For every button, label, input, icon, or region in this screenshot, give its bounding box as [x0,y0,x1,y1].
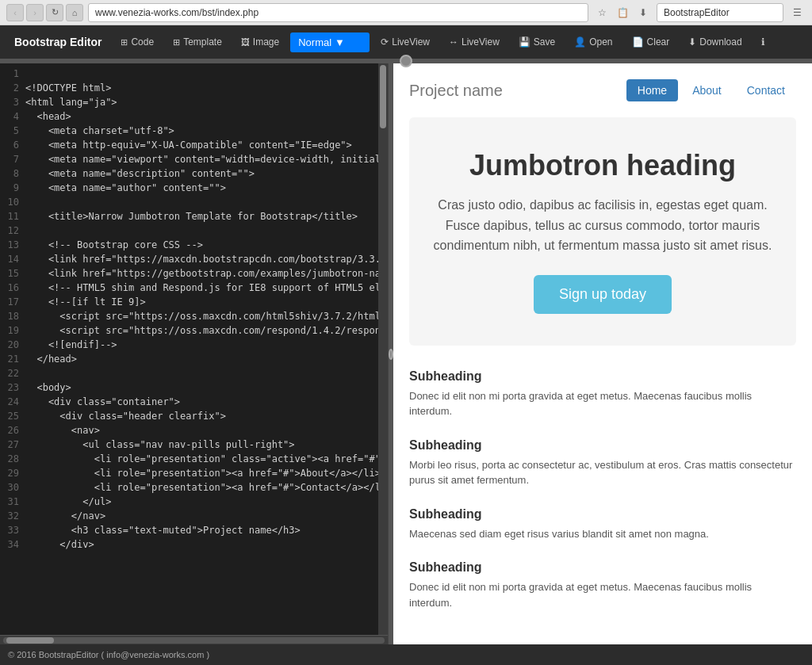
preview-jumbotron: Jumbotron heading Cras justo odio, dapib… [409,117,796,346]
line-content: <body> [25,380,378,395]
download-label: Download [699,36,741,48]
liveview2-button[interactable]: ↔ LiveView [441,32,508,52]
extensions-icon[interactable]: ☰ [788,4,806,21]
line-number: 26 [0,423,25,438]
line-number: 7 [0,152,25,166]
preview-brand: Project name [409,82,503,100]
template-icon: ⊞ [173,37,180,48]
nav-contact-btn[interactable]: Contact [736,79,796,101]
preview-panel[interactable]: Project name Home About Contact Jumbotro… [393,63,812,644]
code-line: 27 <ul class="nav nav-pills pull-right"> [0,438,378,452]
browser-search[interactable]: BootstrapEditor [657,3,783,22]
liveview1-button[interactable]: ⟳ LiveView [373,32,438,52]
line-number: 12 [0,224,25,238]
line-number: 14 [0,252,25,266]
scroll-thumb[interactable] [380,65,386,128]
h-scroll-track[interactable] [3,637,385,644]
line-content: <title>Narrow Jumbotron Template for Boo… [25,209,378,224]
code-line: 8 <meta name="description" content=""> [0,166,378,181]
line-content: <meta name="author" content=""> [25,181,378,195]
divider-handle[interactable] [400,55,412,67]
line-number: 34 [0,537,25,552]
line-number: 15 [0,266,25,281]
template-label: Template [183,36,222,48]
nav-buttons: ‹ › ↻ ⌂ [6,4,83,21]
image-button[interactable]: 🖼 Image [233,32,287,52]
line-content: <ul class="nav nav-pills pull-right"> [25,438,378,452]
open-icon: 👤 [574,36,586,48]
code-line: 22 [0,366,378,380]
line-number: 18 [0,309,25,323]
mode-dropdown[interactable]: Normal ▼ [290,32,370,52]
code-line: 31 </ul> [0,495,378,509]
signup-button[interactable]: Sign up today [534,275,672,314]
line-number: 24 [0,395,25,409]
line-content: <script src="https://oss.maxcdn.com/html… [25,309,378,323]
code-line: 23 <body> [0,380,378,395]
line-content: <meta charset="utf-8"> [25,124,378,138]
template-button[interactable]: ⊞ Template [165,32,230,52]
code-line: 34 </div> [0,537,378,552]
line-content [25,67,378,81]
code-line: 16 <!-- HTML5 shim and Respond.js for IE… [0,281,378,295]
dropdown-arrow: ▼ [335,36,345,48]
horizontal-divider[interactable] [0,59,812,63]
image-label: Image [253,36,279,48]
address-bar[interactable]: www.venezia-works.com/bst/index.php [88,3,588,22]
section-heading: Subheading [409,560,796,575]
line-number: 32 [0,509,25,523]
star-icon[interactable]: ☆ [593,4,611,21]
line-number: 29 [0,466,25,480]
home-button[interactable]: ⌂ [66,4,83,21]
line-content: <nav> [25,423,378,438]
preview-section: SubheadingMorbi leo risus, porta ac cons… [409,438,796,488]
save-button[interactable]: 💾 Save [511,32,563,52]
footer-text: © 2016 BootstrapEditor ( info@venezia-wo… [8,650,209,659]
line-number: 9 [0,181,25,195]
line-number: 22 [0,366,25,380]
preview-section: SubheadingDonec id elit non mi porta gra… [409,369,796,419]
vertical-scrollbar[interactable] [378,63,388,635]
section-text: Morbi leo risus, porta ac consectetur ac… [409,457,796,488]
line-number: 17 [0,295,25,309]
back-button[interactable]: ‹ [6,4,24,21]
code-line: 18 <script src="https://oss.maxcdn.com/h… [0,309,378,323]
horizontal-scrollbar[interactable] [0,635,388,644]
line-content: <div class="container"> [25,395,378,409]
line-content: <!DOCTYPE html> [25,81,378,95]
code-line: 5 <meta charset="utf-8"> [0,124,378,138]
line-number: 28 [0,452,25,466]
html-editor[interactable]: 12<!DOCTYPE html>3<html lang="ja">4 <hea… [0,63,378,635]
line-content: </ul> [25,495,378,509]
line-content: <li role="presentation"><a href="#">Cont… [25,480,378,495]
reload-button[interactable]: ↻ [46,4,63,21]
code-line: 19 <script src="https://oss.maxcdn.com/r… [0,323,378,338]
nav-about-btn[interactable]: About [681,79,733,101]
help-button[interactable]: ℹ [753,32,773,52]
download-icon: ⬇ [688,36,696,48]
h-scroll-thumb[interactable] [6,637,54,644]
bookmark-icon[interactable]: 📋 [614,4,631,21]
line-content: <meta name="description" content=""> [25,166,378,181]
line-content: <meta name="viewport" content="width=dev… [25,152,378,166]
save-icon: 💾 [519,36,530,48]
open-button[interactable]: 👤 Open [566,32,620,52]
line-content: <div class="header clearfix"> [25,409,378,423]
download-icon[interactable]: ⬇ [634,4,652,21]
code-line: 3<html lang="ja"> [0,95,378,109]
browser-bar: ‹ › ↻ ⌂ www.venezia-works.com/bst/index.… [0,0,812,25]
download-button[interactable]: ⬇ Download [680,32,749,52]
app-title: Bootstrap Editor [6,36,109,48]
line-content [25,366,378,380]
code-line: 21 </head> [0,352,378,366]
nav-home-btn[interactable]: Home [626,79,678,101]
section-text: Maecenas sed diam eget risus varius blan… [409,526,796,542]
code-line: 17 <!--[if lt IE 9]> [0,295,378,309]
clear-button[interactable]: 📄 Clear [624,32,678,52]
code-button[interactable]: ⊞ Code [113,32,162,52]
forward-button[interactable]: › [26,4,44,21]
line-number: 5 [0,124,25,138]
line-content: <li role="presentation"><a href="#">Abou… [25,466,378,480]
code-line: 10 [0,195,378,209]
code-line: 6 <meta http-equiv="X-UA-Compatible" con… [0,138,378,152]
